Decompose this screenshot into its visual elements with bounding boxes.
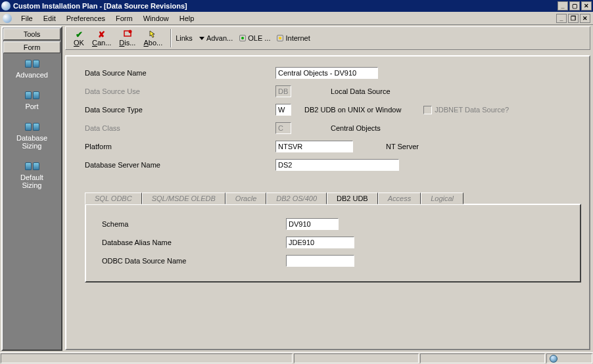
input-ds-type[interactable] [275,104,291,116]
ok-button[interactable]: ✔ OK [70,30,88,47]
mdi-restore-button[interactable]: ❐ [568,14,579,23]
sidebar-item-default-sizing[interactable]: Default Sizing [3,156,61,196]
label-ds-use: Data Source Use [85,87,275,95]
display-icon [123,30,132,39]
cursor-help-icon [149,30,158,39]
label-data-class: Data Class [85,124,275,132]
menu-help[interactable]: Help [174,13,200,24]
status-cell-1 [1,353,293,363]
tab-sql-msde-oledb[interactable]: SQL/MSDE OLEDB [142,193,225,204]
mdi-window-controls: _ ❐ ✕ [555,14,590,23]
row-odbc: ODBC Data Source Name [102,254,573,268]
row-ds-name: Data Source Name [85,66,581,80]
row-schema: Schema [102,217,573,231]
maximize-button[interactable]: ▢ [569,1,580,11]
tab-access[interactable]: Access [378,193,421,204]
toolbar: ✔ OK ✘ Can... Dis... Abo... Lin [65,26,590,50]
window-title: Custom Installation Plan - [Data Source … [13,2,556,10]
sidebar: Tools Form Advanced Port Database Sizing… [1,26,62,351]
menu-window[interactable]: Window [138,13,174,24]
tab-sql-odbc[interactable]: SQL ODBC [85,193,142,204]
text-ds-type-desc: DB2 UDB on UNIX or Window [304,106,401,114]
menu-edit[interactable]: Edit [38,13,61,24]
checkbox-box [423,106,432,114]
input-ds-name[interactable] [275,67,378,79]
ole-link[interactable]: OLE ... [239,34,270,42]
cancel-button[interactable]: ✘ Can... [88,30,115,47]
tab-db2-os400[interactable]: DB2 OS/400 [266,193,327,204]
tab-oracle[interactable]: Oracle [225,193,266,204]
input-schema[interactable] [286,218,339,230]
sidebar-item-advanced[interactable]: Advanced [3,54,61,85]
menu-preferences[interactable]: Preferences [61,13,110,24]
text-ds-use-desc: Local Data Source [331,87,391,95]
text-platform-desc: NT Server [386,143,419,150]
display-button[interactable]: Dis... [115,30,139,47]
status-cell-4 [546,353,592,363]
sidebar-item-port[interactable]: Port [3,85,61,117]
input-db-server[interactable] [275,159,399,171]
title-bar: Custom Installation Plan - [Data Source … [0,0,593,12]
database-icon [24,89,40,100]
menu-file[interactable]: File [16,13,38,24]
input-alias[interactable] [286,237,354,248]
internet-link[interactable]: Internet [277,34,310,42]
label-schema: Schema [102,220,286,228]
app-icon [1,1,11,11]
input-odbc[interactable] [286,255,354,267]
input-data-class [275,122,291,134]
row-ds-type: Data Source Type DB2 UDB on UNIX or Wind… [85,102,581,117]
menu-bar: File Edit Preferences Form Window Help _… [0,12,593,25]
tab-strip: SQL ODBC SQL/MSDE OLEDB Oracle DB2 OS/40… [85,192,581,204]
toolbar-separator [170,29,172,47]
sidebar-tab-tools[interactable]: Tools [3,28,60,40]
links-label: Links [176,34,193,42]
database-icon [24,160,40,171]
label-db-server: Database Server Name [85,161,275,169]
label-ds-type: Data Source Type [85,106,275,114]
row-data-class: Data Class Central Objects [85,121,581,135]
app-menu-icon[interactable] [3,14,12,23]
tab-pane-db2-udb: Schema Database Alias Name ODBC Data Sou… [85,204,581,283]
row-alias: Database Alias Name [102,235,573,250]
status-cell-2 [294,353,419,363]
row-ds-use: Data Source Use Local Data Source [85,84,581,99]
status-cell-3 [420,353,545,363]
mdi-close-button[interactable]: ✕ [580,14,590,23]
row-platform: Platform NT Server [85,139,581,154]
text-data-class-desc: Central Objects [331,124,381,132]
input-ds-use [275,85,291,97]
ole-icon [239,35,246,41]
main-area: Tools Form Advanced Port Database Sizing… [0,25,593,352]
minimize-button[interactable]: _ [557,1,568,11]
triangle-down-icon [199,37,204,40]
about-button[interactable]: Abo... [139,30,166,47]
tab-db2-udb[interactable]: DB2 UDB [327,193,378,204]
label-odbc: ODBC Data Source Name [102,257,286,265]
sidebar-item-database-sizing[interactable]: Database Sizing [3,117,61,156]
globe-icon [550,355,557,363]
close-button[interactable]: ✕ [581,1,592,11]
check-icon: ✔ [76,30,83,39]
checkbox-jdbnet: JDBNET Data Source? [423,106,509,114]
internet-icon [277,35,283,41]
mdi-minimize-button[interactable]: _ [556,14,567,23]
input-platform[interactable] [275,141,353,152]
label-platform: Platform [85,143,275,150]
label-ds-name: Data Source Name [85,69,275,77]
row-db-server: Database Server Name [85,158,581,172]
x-icon: ✘ [98,30,105,39]
label-alias: Database Alias Name [102,239,286,246]
sidebar-tab-form[interactable]: Form [3,41,60,53]
advanced-link[interactable]: Advan... [199,34,233,42]
tab-logical[interactable]: Logical [421,193,463,204]
database-icon [24,121,40,131]
content-area: ✔ OK ✘ Can... Dis... Abo... Lin [64,25,593,352]
form-body: Data Source Name Data Source Use Local D… [65,55,590,350]
database-icon [24,58,40,68]
status-bar [0,352,593,364]
svg-point-1 [128,30,131,34]
menu-form[interactable]: Form [110,13,138,24]
